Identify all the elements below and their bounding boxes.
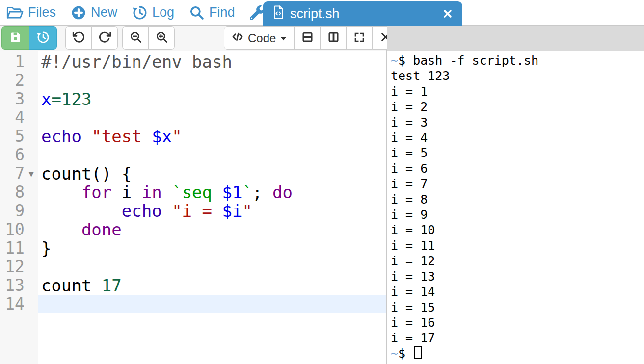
token-plain: i = 13: [391, 269, 435, 284]
token-plain: i = 2: [391, 100, 428, 114]
fold-marker-icon[interactable]: ▼: [25, 169, 38, 179]
split-horizontal-icon: [301, 30, 314, 46]
gutter-row[interactable]: 3: [0, 90, 38, 108]
token-quote: `seq: [172, 182, 222, 202]
token-plain: i: [111, 182, 141, 202]
line-number[interactable]: 12: [0, 258, 25, 276]
gutter-row[interactable]: 12: [0, 258, 38, 276]
token-kw: for: [81, 182, 111, 202]
gutter-row[interactable]: 9: [0, 202, 38, 220]
gutter-row[interactable]: 4: [0, 108, 38, 127]
terminal-line: i = 11: [391, 238, 644, 253]
line-number[interactable]: 3: [0, 90, 25, 108]
terminal-line: i = 5: [391, 145, 644, 160]
mode-label: Code: [248, 31, 276, 45]
terminal-line: ~$: [391, 346, 644, 361]
nav-item-files[interactable]: Files: [6, 5, 56, 20]
token-str: ": [172, 127, 182, 146]
code-line[interactable]: #!/usr/bin/env bash: [38, 52, 386, 71]
history-button[interactable]: [29, 26, 57, 50]
terminal-output[interactable]: ~$ bash -f script.shtest 123i = 1i = 2i …: [387, 51, 644, 364]
gutter-row[interactable]: 2: [0, 71, 38, 90]
gutter: 1234567▼891011121314: [0, 51, 38, 364]
gutter-row[interactable]: 1: [0, 52, 38, 71]
token-quote: `: [242, 182, 252, 202]
line-number[interactable]: 13: [0, 276, 25, 295]
gutter-row[interactable]: 14: [0, 295, 38, 313]
redo-button[interactable]: [91, 26, 118, 50]
line-number[interactable]: 10: [0, 220, 25, 239]
token-plain: test 123: [391, 69, 450, 83]
line-number[interactable]: 1: [0, 52, 25, 71]
nav-item-new[interactable]: New: [71, 5, 117, 21]
code-line[interactable]: [38, 146, 386, 164]
undo-button[interactable]: [65, 26, 92, 50]
line-number[interactable]: 5: [0, 127, 25, 146]
split-horizontal-button[interactable]: [294, 26, 321, 50]
token-var: $1: [222, 182, 242, 202]
split-vertical-button[interactable]: [320, 26, 347, 50]
token-plain: i = 8: [391, 192, 428, 207]
gutter-row[interactable]: 10: [0, 220, 38, 239]
code-line[interactable]: [38, 71, 386, 90]
code-line[interactable]: x=123: [38, 90, 386, 108]
token-plain: }: [41, 238, 51, 258]
code-line[interactable]: done: [38, 220, 386, 239]
zoom-in-button[interactable]: [148, 26, 175, 50]
code-line[interactable]: [38, 295, 386, 313]
editor-toolbar: Code: [0, 26, 386, 51]
top-navbar: Files New Log Find: [0, 0, 644, 26]
nav-item-find[interactable]: Find: [189, 5, 235, 21]
token-plain: ;: [252, 182, 272, 202]
token-str: "i =: [172, 201, 222, 221]
mode-dropdown[interactable]: Code: [224, 26, 295, 50]
nav-item-log[interactable]: Log: [132, 5, 174, 21]
line-number[interactable]: 2: [0, 71, 25, 90]
code-line[interactable]: for i in `seq $1`; do: [38, 183, 386, 202]
terminal-line: ~$ bash -f script.sh: [391, 53, 644, 68]
gutter-row[interactable]: 13: [0, 276, 38, 295]
token-def: x: [41, 89, 51, 109]
tab-close-icon[interactable]: [442, 8, 454, 20]
wrench-icon: [250, 5, 265, 20]
token-str: "test: [91, 127, 152, 146]
main-split: Code: [0, 26, 644, 364]
gutter-row[interactable]: 6: [0, 146, 38, 164]
code-editor[interactable]: 1234567▼891011121314 #!/usr/bin/env bash…: [0, 51, 386, 364]
line-number[interactable]: 4: [0, 108, 25, 127]
save-icon: [9, 30, 22, 46]
token-kw: done: [81, 220, 122, 239]
line-number[interactable]: 6: [0, 146, 25, 164]
code-lines[interactable]: #!/usr/bin/env bashx=123echo "test $x"co…: [38, 51, 386, 364]
save-button[interactable]: [1, 26, 29, 50]
code-line[interactable]: }: [38, 239, 386, 258]
line-number[interactable]: 8: [0, 183, 25, 202]
tab-script-sh[interactable]: script.sh: [263, 1, 462, 26]
fullscreen-button[interactable]: [346, 26, 373, 50]
gutter-row[interactable]: 5: [0, 127, 38, 146]
line-number[interactable]: 11: [0, 239, 25, 258]
token-plain: count: [41, 276, 102, 295]
redo-icon: [98, 30, 111, 46]
code-line[interactable]: count() {: [38, 164, 386, 183]
token-meta: #!/usr/bin/env bash: [41, 52, 232, 72]
line-number[interactable]: 14: [0, 295, 25, 313]
fullscreen-icon: [353, 31, 366, 46]
terminal-line: i = 1: [391, 84, 644, 99]
code-line[interactable]: [38, 258, 386, 276]
code-line[interactable]: [38, 108, 386, 127]
zoom-out-button[interactable]: [122, 26, 149, 50]
file-code-icon: [272, 5, 285, 23]
code-line[interactable]: echo "test $x": [38, 127, 386, 146]
line-number[interactable]: 9: [0, 202, 25, 220]
gutter-row[interactable]: 11: [0, 239, 38, 258]
terminal-line: i = 6: [391, 161, 644, 176]
code-line[interactable]: count 17: [38, 276, 386, 295]
token-plain: [81, 127, 91, 146]
token-plain: i = 16: [391, 315, 435, 330]
terminal-line: i = 14: [391, 284, 644, 299]
gutter-row[interactable]: 8: [0, 183, 38, 202]
code-line[interactable]: echo "i = $i": [38, 202, 386, 220]
line-number[interactable]: 7: [0, 164, 25, 183]
gutter-row[interactable]: 7▼: [0, 164, 38, 183]
